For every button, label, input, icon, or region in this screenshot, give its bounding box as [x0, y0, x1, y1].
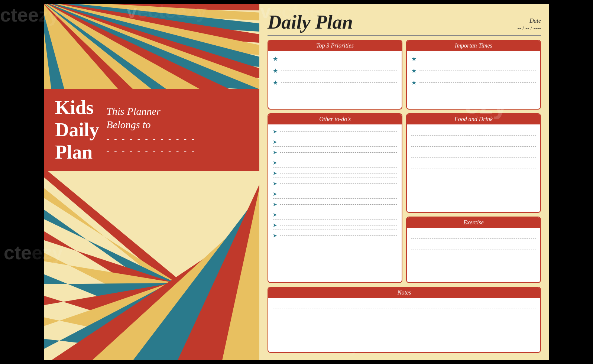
arrow-4: ➤: [273, 160, 277, 166]
time-item-1: ★: [411, 54, 536, 64]
daily-plan-title: Daily Plan: [268, 11, 353, 33]
food-line-2: [411, 139, 536, 147]
dash-line-1: - - - - - - - - - - - -: [106, 134, 195, 143]
top-3-priorities-section: Top 3 Priorities ★ ★ ★: [268, 40, 402, 110]
title-line3: Plan: [55, 142, 93, 163]
time-item-2: ★: [411, 66, 536, 76]
priority-item-2: ★: [273, 66, 397, 76]
arrow-10: ➤: [273, 222, 277, 228]
date-value: -- / -- / ----: [496, 25, 541, 31]
todo-item-7: ➤: [273, 190, 397, 199]
other-todos-section: Other to-do's ➤ ➤ ➤ ➤ ➤ ➤ ➤ ➤ ➤ ➤ ➤: [268, 113, 402, 283]
left-panel: Kids Daily Plan This Planner Belongs to …: [44, 4, 259, 360]
food-drink-content: [407, 124, 540, 212]
exercise-line-1: [411, 231, 536, 239]
todo-item-6: ➤: [273, 179, 397, 188]
priority-item-3: ★: [273, 78, 397, 88]
exercise-header: Exercise: [407, 217, 540, 228]
planner-belongs: This Planner Belongs to - - - - - - - - …: [106, 105, 195, 156]
todo-item-4: ➤: [273, 159, 397, 168]
main-container: Kids Daily Plan This Planner Belongs to …: [44, 4, 549, 360]
arrow-11: ➤: [273, 233, 277, 239]
top-sunburst: [44, 4, 259, 89]
food-line-5: [411, 172, 536, 180]
star-icon-1: ★: [273, 55, 278, 62]
todo-item-2: ➤: [273, 138, 397, 147]
exercise-content: [407, 228, 540, 282]
important-times-header: Importan Times: [407, 40, 540, 51]
arrow-5: ➤: [273, 170, 277, 176]
date-section: Date -- / -- / ----: [496, 17, 541, 33]
arrow-6: ➤: [273, 181, 277, 187]
notes-line-3: [273, 323, 536, 331]
content-grid: Top 3 Priorities ★ ★ ★: [268, 40, 541, 353]
food-line-6: [411, 183, 536, 191]
todo-item-9: ➤: [273, 211, 397, 220]
time-item-3: ★: [411, 78, 536, 88]
arrow-8: ➤: [273, 201, 277, 208]
notes-content: [268, 298, 540, 352]
todo-item-3: ➤: [273, 148, 397, 157]
arrow-7: ➤: [273, 191, 277, 197]
exercise-line-3: [411, 253, 536, 261]
belongs-line1: This Planner: [106, 105, 160, 117]
title-line2: Daily: [55, 119, 99, 140]
star-icon-2: ★: [273, 67, 278, 74]
belongs-line2: Belongs to: [106, 119, 150, 130]
todo-item-5: ➤: [273, 169, 397, 178]
food-line-3: [411, 150, 536, 158]
arrow-1: ➤: [273, 129, 277, 135]
right-panel: Daily Plan Date -- / -- / ---- Top 3 Pri…: [259, 4, 549, 360]
priority-item-1: ★: [273, 54, 397, 64]
star-time-icon-3: ★: [411, 79, 417, 86]
date-label: Date: [529, 17, 541, 24]
notes-line-2: [273, 312, 536, 320]
dash-line-2: - - - - - - - - - - - -: [106, 146, 195, 155]
todo-item-10: ➤: [273, 221, 397, 230]
arrow-3: ➤: [273, 149, 277, 156]
other-todos-content: ➤ ➤ ➤ ➤ ➤ ➤ ➤ ➤ ➤ ➤ ➤: [268, 124, 402, 282]
todo-item-8: ➤: [273, 200, 397, 209]
arrow-9: ➤: [273, 212, 277, 218]
star-icon-3: ★: [273, 79, 278, 86]
other-todos-header: Other to-do's: [268, 114, 402, 124]
todo-item-11: ➤: [273, 231, 397, 240]
belongs-title: This Planner Belongs to: [106, 105, 195, 132]
star-time-icon-2: ★: [411, 67, 417, 74]
notes-header: Notes: [268, 287, 540, 298]
middle-banner: Kids Daily Plan This Planner Belongs to …: [44, 89, 259, 171]
header-row: Daily Plan Date -- / -- / ----: [268, 11, 541, 36]
todo-item-1: ➤: [273, 127, 397, 136]
title-line1: Kids: [55, 97, 94, 118]
important-times-section: Importan Times ★ ★ ★: [406, 40, 541, 110]
food-line-4: [411, 161, 536, 169]
food-line-1: [411, 127, 536, 136]
important-times-content: ★ ★ ★: [407, 51, 540, 109]
food-drink-header: Food and Drink: [407, 114, 540, 124]
exercise-line-2: [411, 242, 536, 250]
exercise-section: Exercise: [406, 217, 541, 283]
star-time-icon-1: ★: [411, 55, 417, 62]
notes-line-1: [273, 301, 536, 309]
bottom-sunburst: [44, 171, 259, 360]
arrow-2: ➤: [273, 139, 277, 145]
top-3-priorities-content: ★ ★ ★: [268, 51, 402, 109]
top-3-priorities-header: Top 3 Priorities: [268, 40, 402, 51]
food-drink-section: Food and Drink: [406, 113, 541, 213]
notes-section: Notes: [268, 287, 541, 353]
kids-daily-plan-title: Kids Daily Plan: [55, 97, 99, 163]
